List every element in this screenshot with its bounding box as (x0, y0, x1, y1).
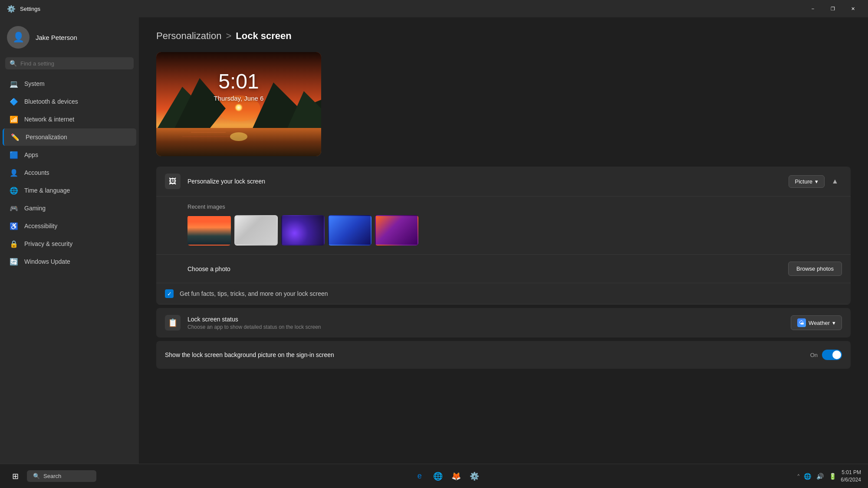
system-tray-expand[interactable]: ^ (798, 474, 800, 478)
personalize-row: 🖼 Personalize your lock screen Picture ▾… (156, 167, 851, 197)
personalize-dropdown-value: Picture (795, 178, 812, 185)
sidebar-item-windows-update[interactable]: 🔄 Windows Update (3, 253, 136, 270)
nav-items: 💻 System 🔷 Bluetooth & devices 📶 Network… (0, 75, 139, 459)
taskbar-date-value: 6/6/2024 (841, 476, 861, 484)
chrome-app[interactable]: 🌐 (430, 468, 446, 485)
settings-taskbar-icon: ⚙️ (470, 472, 479, 481)
time-icon: 🌐 (10, 186, 18, 195)
search-box[interactable]: 🔍 (5, 57, 134, 69)
sign-in-section: Show the lock screen background picture … (156, 341, 851, 369)
sidebar-item-label: Network & internet (24, 116, 74, 123)
sidebar-item-system[interactable]: 💻 System (3, 75, 136, 92)
taskbar-clock[interactable]: 5:01 PM 6/6/2024 (841, 469, 861, 484)
recent-image-2[interactable] (234, 215, 278, 246)
breadcrumb-current: Lock screen (236, 30, 291, 42)
breadcrumb-parent[interactable]: Personalization (156, 30, 221, 42)
sidebar-item-label: System (24, 80, 45, 87)
search-input[interactable] (20, 60, 129, 67)
lock-status-text: Lock screen status Choose an app to show… (187, 316, 791, 330)
sidebar-item-label: Apps (24, 151, 38, 158)
choose-photo-title: Choose a photo (187, 265, 788, 272)
svg-point-2 (234, 103, 243, 112)
collapse-button[interactable]: ▲ (828, 174, 842, 188)
lock-status-title: Lock screen status (187, 316, 791, 323)
chevron-up-icon: ▲ (832, 177, 838, 185)
close-button[interactable]: ✕ (843, 2, 863, 16)
battery-icon[interactable]: 🔋 (827, 471, 838, 481)
minimize-button[interactable]: − (803, 2, 823, 16)
sign-in-control: On (810, 350, 842, 360)
user-profile[interactable]: 👤 Jake Peterson (0, 17, 139, 56)
bluetooth-icon: 🔷 (10, 97, 18, 106)
sidebar-item-label: Personalization (26, 134, 67, 141)
content-area: Personalization > Lock screen (139, 17, 868, 464)
titlebar-controls: − ❐ ✕ (803, 2, 863, 16)
lock-status-icon: 📋 (165, 315, 181, 331)
user-name: Jake Peterson (36, 34, 77, 41)
sidebar-item-label: Gaming (24, 205, 46, 212)
sign-in-toggle[interactable] (822, 350, 842, 360)
system-tray: 🌐 🔊 🔋 (802, 471, 838, 481)
sidebar-item-gaming[interactable]: 🎮 Gaming (3, 200, 136, 217)
accounts-icon: 👤 (10, 168, 18, 177)
breadcrumb-separator: > (226, 30, 231, 42)
lockscreen-time: 5:01 (156, 69, 321, 93)
main-layout: 👤 Jake Peterson 🔍 💻 System 🔷 Bluetooth &… (0, 17, 868, 464)
sidebar: 👤 Jake Peterson 🔍 💻 System 🔷 Bluetooth &… (0, 17, 139, 464)
personalize-dropdown[interactable]: Picture ▾ (789, 175, 825, 188)
search-icon: 🔍 (10, 60, 17, 67)
firefox-app[interactable]: 🦊 (448, 468, 464, 485)
svg-point-11 (230, 132, 247, 141)
maximize-button[interactable]: ❐ (823, 2, 843, 16)
lock-status-subtitle: Choose an app to show detailed status on… (187, 324, 791, 330)
sidebar-item-personalization[interactable]: ✏️ Personalization (3, 128, 136, 146)
sign-in-toggle-container: On (810, 350, 842, 360)
apps-icon: 🟦 (10, 151, 18, 159)
weather-icon: 🌤 (797, 318, 806, 327)
sidebar-item-accessibility[interactable]: ♿ Accessibility (3, 217, 136, 235)
sidebar-item-apps[interactable]: 🟦 Apps (3, 146, 136, 164)
network-icon: 📶 (10, 115, 18, 124)
lock-status-row: 📋 Lock screen status Choose an app to sh… (156, 308, 851, 337)
taskbar-left: ⊞ 🔍 Search (7, 468, 96, 485)
sidebar-item-label: Time & language (24, 187, 70, 194)
taskbar-apps: e 🌐 🦊 ⚙️ (411, 468, 483, 485)
language-icon[interactable]: 🌐 (802, 471, 813, 481)
taskbar-time-value: 5:01 PM (841, 469, 861, 476)
browse-photos-button[interactable]: Browse photos (788, 262, 842, 276)
sidebar-item-accounts[interactable]: 👤 Accounts (3, 164, 136, 181)
recent-image-5[interactable] (375, 215, 418, 246)
recent-images-container: Recent images (156, 197, 851, 255)
volume-icon[interactable]: 🔊 (815, 471, 825, 481)
edge-app[interactable]: e (411, 468, 428, 485)
avatar: 👤 (7, 26, 30, 49)
sidebar-item-time[interactable]: 🌐 Time & language (3, 182, 136, 199)
chrome-icon: 🌐 (433, 472, 443, 481)
sidebar-item-bluetooth[interactable]: 🔷 Bluetooth & devices (3, 93, 136, 110)
sign-in-row: Show the lock screen background picture … (156, 341, 851, 369)
sidebar-item-privacy[interactable]: 🔒 Privacy & security (3, 235, 136, 252)
firefox-icon: 🦊 (451, 472, 461, 481)
fun-facts-checkbox[interactable]: ✓ (165, 289, 174, 298)
lockscreen-preview: 5:01 Thursday, June 6 (156, 52, 321, 156)
settings-app[interactable]: ⚙️ (466, 468, 483, 485)
personalize-section: 🖼 Personalize your lock screen Picture ▾… (156, 167, 851, 305)
sidebar-item-label: Accessibility (24, 223, 57, 229)
sign-in-text: Show the lock screen background picture … (165, 351, 810, 358)
titlebar-left: ⚙️ Settings (7, 5, 40, 13)
taskbar-search[interactable]: 🔍 Search (27, 470, 96, 482)
sidebar-item-label: Accounts (24, 169, 49, 176)
taskbar-search-label: Search (43, 473, 61, 479)
lock-status-dropdown-value: Weather (809, 320, 830, 326)
recent-image-1[interactable] (187, 215, 231, 246)
privacy-icon: 🔒 (10, 239, 18, 248)
lockscreen-date: Thursday, June 6 (156, 95, 321, 102)
sign-in-title: Show the lock screen background picture … (165, 351, 810, 358)
settings-icon: ⚙️ (7, 5, 16, 13)
recent-image-4[interactable] (328, 215, 372, 246)
sidebar-item-label: Bluetooth & devices (24, 98, 78, 105)
sidebar-item-network[interactable]: 📶 Network & internet (3, 111, 136, 128)
lock-status-dropdown[interactable]: 🌤 Weather ▾ (791, 315, 842, 330)
recent-image-3[interactable] (281, 215, 325, 246)
start-button[interactable]: ⊞ (7, 468, 23, 485)
